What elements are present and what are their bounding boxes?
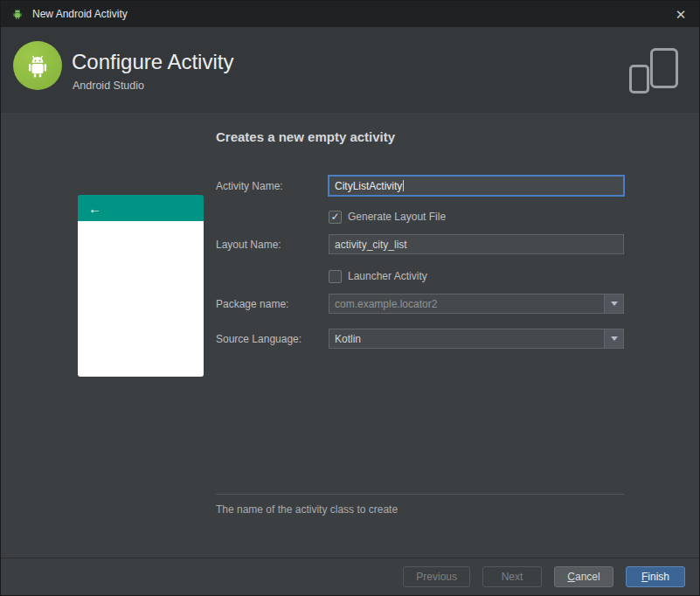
cancel-button[interactable]: Cancel — [554, 566, 613, 587]
activity-name-value: CityListActivity — [335, 180, 402, 192]
hint-text: The name of the activity class to create — [216, 503, 398, 516]
wizard-content: Creates a new empty activity ← Activity … — [1, 113, 699, 558]
finish-mnemonic: F — [641, 571, 648, 583]
source-language-combobox[interactable]: Kotlin — [329, 329, 624, 349]
wizard-header: Configure Activity Android Studio — [1, 27, 699, 113]
checkbox-checked-icon[interactable]: ✓ — [329, 211, 342, 224]
next-button[interactable]: Next — [482, 566, 542, 587]
launcher-activity-label: Launcher Activity — [348, 270, 427, 282]
package-name-value: com.example.locator2 — [329, 298, 604, 310]
android-icon — [10, 6, 25, 22]
cancel-label-rest: ancel — [575, 571, 600, 583]
device-preview-icon — [627, 48, 678, 94]
page-subtitle: Android Studio — [73, 80, 144, 92]
phone-outline-icon — [629, 65, 649, 94]
close-icon[interactable]: ✕ — [671, 8, 690, 21]
chevron-down-icon — [611, 336, 618, 341]
activity-preview-body — [78, 221, 204, 377]
previous-button[interactable]: Previous — [403, 566, 470, 587]
chevron-down-icon — [611, 301, 618, 306]
generate-layout-checkbox-row[interactable]: ✓ Generate Layout File — [329, 210, 446, 224]
layout-name-input[interactable]: activity_city_list — [329, 234, 624, 254]
finish-label-rest: inish — [648, 571, 669, 583]
source-language-label: Source Language: — [216, 333, 301, 345]
activity-name-input[interactable]: CityListActivity — [329, 176, 624, 196]
android-studio-logo-icon — [13, 41, 62, 90]
activity-preview-thumbnail: ← — [78, 195, 204, 377]
source-language-value: Kotlin — [329, 333, 604, 345]
activity-name-label: Activity Name: — [216, 180, 283, 192]
package-name-combobox[interactable]: com.example.locator2 — [329, 294, 624, 314]
new-android-activity-dialog: New Android Activity ✕ — [0, 0, 700, 596]
window-title: New Android Activity — [32, 8, 128, 20]
generate-layout-label: Generate Layout File — [348, 211, 446, 223]
checkbox-unchecked-icon[interactable] — [329, 270, 342, 283]
page-title: Configure Activity — [72, 50, 233, 74]
layout-name-value: activity_city_list — [335, 239, 407, 251]
source-language-dropdown-button[interactable] — [604, 329, 623, 348]
layout-name-label: Layout Name: — [216, 239, 281, 251]
hint-separator — [216, 494, 624, 495]
text-caret — [403, 180, 404, 191]
dialog-footer: Previous Next Cancel Finish — [1, 558, 699, 595]
finish-button[interactable]: Finish — [626, 566, 685, 587]
title-bar: New Android Activity ✕ — [1, 1, 699, 27]
form-heading: Creates a new empty activity — [216, 129, 395, 144]
tablet-outline-icon — [650, 48, 678, 88]
launcher-activity-checkbox-row[interactable]: Launcher Activity — [329, 269, 427, 283]
back-arrow-icon: ← — [88, 201, 101, 216]
activity-preview-appbar: ← — [78, 195, 204, 221]
cancel-mnemonic: C — [567, 571, 575, 583]
package-name-label: Package name: — [216, 298, 288, 310]
package-name-dropdown-button[interactable] — [604, 295, 623, 313]
